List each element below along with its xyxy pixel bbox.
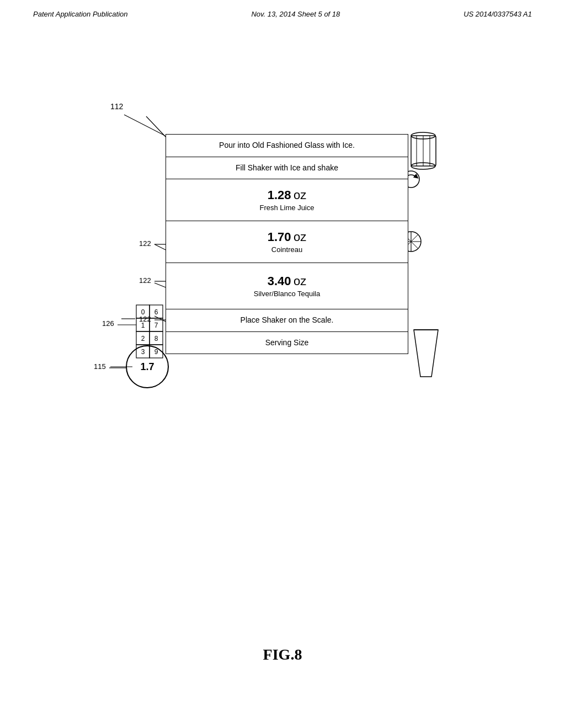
svg-text:7: 7 [154,322,158,329]
lime-ingredient: Fresh Lime Juice [174,204,400,212]
header-left: Patent Application Publication [33,10,128,18]
figure-label: FIG.8 [263,646,302,663]
tequila-unit: oz [294,274,306,288]
serving-size-text: Serving Size [265,338,309,347]
place-shaker-text: Place Shaker on the Scale. [241,315,334,324]
svg-rect-26 [150,331,163,345]
box-serving-size: Serving Size [166,332,408,355]
shake-instruction-text: Fill Shaker with Ice and shake [236,163,338,172]
svg-text:0: 0 [141,308,145,316]
header-center: Nov. 13, 2014 Sheet 5 of 18 [251,10,340,18]
svg-text:122: 122 [139,315,151,323]
svg-rect-23 [136,318,150,331]
svg-text:122: 122 [139,276,151,285]
figure-label-container: FIG.8 [263,635,302,663]
box-place-shaker: Place Shaker on the Scale. [166,309,408,332]
svg-text:122: 122 [139,239,151,248]
box-cointreau: 1.70 oz Cointreau [166,221,408,263]
cointreau-ingredient: Cointreau [174,245,400,254]
tequila-ingredient: Silver/Blanco Tequila [174,290,400,298]
svg-text:112: 112 [110,102,124,111]
svg-rect-25 [136,331,150,345]
svg-rect-24 [150,318,163,331]
svg-point-8 [411,163,435,169]
box-pour-instruction: Pour into Old Fashioned Glass with Ice. [166,134,408,157]
box-shake-instruction: Fill Shaker with Ice and shake [166,157,408,180]
svg-rect-27 [136,345,150,358]
svg-point-7 [411,132,435,139]
svg-text:9: 9 [154,348,158,356]
main-content: 1.7 0 6 1 7 2 8 3 9 112 122 122 122 126 [0,24,565,719]
lime-amount: 1.28 [268,188,291,202]
page-header: Patent Application Publication Nov. 13, … [0,0,565,18]
svg-text:115: 115 [94,362,106,371]
svg-text:3: 3 [141,348,145,356]
svg-rect-6 [411,136,436,166]
svg-point-19 [126,346,168,388]
box-lime-juice: 1.28 oz Fresh Lime Juice [166,179,408,221]
svg-text:2: 2 [141,335,145,342]
svg-rect-21 [136,305,150,318]
pour-instruction-text: Pour into Old Fashioned Glass with Ice. [219,141,355,149]
lime-unit: oz [294,188,306,202]
svg-rect-22 [150,305,163,318]
svg-text:1.7: 1.7 [140,361,154,372]
svg-line-1 [154,244,166,250]
svg-text:8: 8 [154,335,158,342]
cointreau-amount: 1.70 [268,230,291,244]
header-right: US 2014/0337543 A1 [463,10,532,18]
tequila-amount: 3.40 [268,274,291,288]
svg-line-0 [146,116,166,137]
leader-lines: 1.7 0 6 1 7 2 8 3 9 112 122 122 122 126 [0,24,565,719]
cointreau-unit: oz [294,230,306,244]
svg-line-3 [154,316,166,322]
svg-rect-28 [150,345,163,358]
svg-line-2 [154,283,166,287]
svg-line-38 [124,115,165,136]
svg-text:6: 6 [154,308,158,316]
svg-text:126: 126 [102,319,114,328]
recipe-stack: Pour into Old Fashioned Glass with Ice. … [166,134,408,354]
svg-text:1: 1 [141,322,145,329]
box-tequila: 3.40 oz Silver/Blanco Tequila [166,263,408,309]
